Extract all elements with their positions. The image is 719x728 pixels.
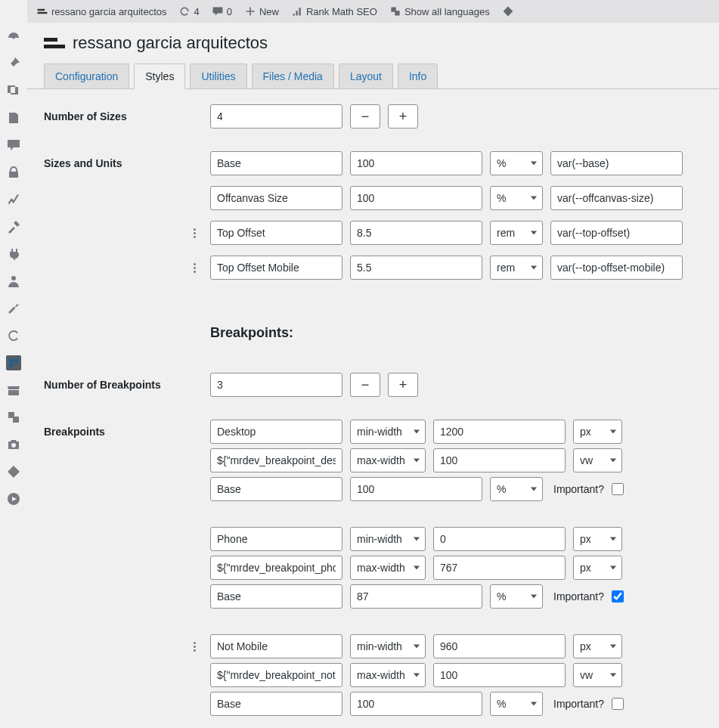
bp-max-cond-select[interactable]: max-width [350,663,426,687]
tab-utilities[interactable]: Utilities [190,64,246,89]
tab-files-media[interactable]: Files / Media [252,64,334,89]
dashboard-icon[interactable] [6,29,21,44]
user-icon[interactable] [6,274,21,289]
diamond-icon[interactable] [6,464,21,479]
bp-var-input[interactable] [210,663,342,687]
size-unit-select[interactable]: rem [490,221,543,245]
bp-min-unit-select[interactable]: px [573,420,622,444]
important-checkbox[interactable] [612,698,624,710]
logo-icon [36,5,48,17]
plus-icon: + [399,378,408,392]
bp-min-cond-select[interactable]: min-width [350,527,426,551]
bp-min-cond-select[interactable]: min-width [350,420,426,444]
bp-base-unit-select[interactable]: % [490,692,543,716]
tab-layout[interactable]: Layout [339,64,393,89]
site-home-link[interactable]: ressano garcia arquitectos [32,0,171,23]
drag-handle[interactable] [194,263,206,273]
play-icon[interactable] [6,491,21,507]
new-link[interactable]: New [240,0,284,23]
bp-name-input[interactable] [210,634,342,658]
bp-name-input[interactable] [210,420,342,444]
size-name-input[interactable] [210,151,342,175]
svg-rect-7 [38,9,45,11]
size-value-input[interactable] [350,221,482,245]
updates-link[interactable]: 4 [174,0,203,23]
bp-base-value-input[interactable] [350,477,482,501]
sync-icon[interactable] [6,328,21,343]
bp-min-value-input[interactable] [433,420,566,444]
drag-handle[interactable] [194,228,206,238]
bp-max-value-input[interactable] [433,448,566,472]
rankmath-link[interactable]: Rank Math SEO [287,0,382,23]
admin-topbar: ressano garcia arquitectos 4 0 New Rank … [27,0,719,23]
size-unit-select[interactable]: rem [490,256,543,280]
bp-base-name-input[interactable] [210,584,342,609]
bp-max-unit-select[interactable]: px [573,556,622,580]
bp-base-unit-select[interactable]: % [490,477,543,501]
num-breakpoints-input[interactable] [210,373,342,397]
plug-icon[interactable] [6,246,21,262]
important-checkbox[interactable] [612,590,624,603]
size-unit-select[interactable]: % [490,151,543,175]
svg-point-1 [11,276,16,280]
bp-max-unit-select[interactable]: vw [573,448,622,472]
size-name-input[interactable] [210,256,342,280]
comments-icon[interactable] [6,138,21,153]
bp-min-value-input[interactable] [433,527,566,551]
size-unit-select[interactable]: % [490,186,543,210]
bp-base-value-input[interactable] [350,692,482,716]
svg-rect-3 [14,358,18,362]
tab-styles[interactable]: Styles [134,64,185,89]
camera-icon[interactable] [6,437,21,452]
lock-icon[interactable] [6,165,21,180]
drag-handle[interactable] [194,642,206,652]
label-sizes-units: Sizes and Units [44,151,210,169]
label-num-breakpoints: Number of Breakpoints [44,373,210,391]
bp-base-name-input[interactable] [210,477,342,501]
bp-var-input[interactable] [210,448,342,472]
important-checkbox[interactable] [612,483,624,495]
bp-base-unit-select[interactable]: % [490,584,543,609]
pin-icon[interactable] [6,56,21,71]
bp-min-value-input[interactable] [433,634,566,658]
size-value-input[interactable] [350,151,482,175]
bp-min-unit-select[interactable]: px [573,527,622,551]
bp-max-unit-select[interactable]: vw [573,663,622,687]
svg-point-0 [13,37,15,39]
bp-min-cond-select[interactable]: min-width [350,634,426,658]
languages-link[interactable]: Show all languages [385,0,494,23]
wrench-icon[interactable] [6,301,21,316]
bp-max-value-input[interactable] [433,663,566,687]
tab-configuration[interactable]: Configuration [44,64,129,89]
num-breakpoints-decrement[interactable]: − [350,373,380,397]
topbar-diamond-link[interactable] [497,0,519,23]
current-plugin-icon[interactable] [6,355,21,370]
tab-info[interactable]: Info [398,64,438,89]
size-value-input[interactable] [350,256,482,280]
num-sizes-input[interactable] [210,104,342,129]
diamond-icon [502,5,514,17]
stats-icon[interactable] [6,192,21,207]
size-name-input[interactable] [210,186,342,210]
bp-max-cond-select[interactable]: max-width [350,448,426,472]
bp-var-input[interactable] [210,556,342,580]
bp-max-cond-select[interactable]: max-width [350,556,426,580]
bp-name-input[interactable] [210,527,342,551]
media-icon[interactable] [6,83,21,98]
bp-max-value-input[interactable] [433,556,566,580]
num-sizes-increment[interactable]: + [388,104,418,129]
size-var-display [550,256,683,280]
hammer-icon[interactable] [6,219,21,234]
translate-icon[interactable] [6,410,21,425]
bp-min-unit-select[interactable]: px [573,634,622,658]
num-breakpoints-increment[interactable]: + [388,373,418,397]
num-sizes-decrement[interactable]: − [350,104,380,129]
comments-link[interactable]: 0 [207,0,237,23]
size-value-input[interactable] [350,186,482,210]
bp-base-name-input[interactable] [210,692,342,716]
size-name-input[interactable] [210,221,342,245]
store-icon[interactable] [6,383,21,398]
bp-base-value-input[interactable] [350,584,482,609]
pages-icon[interactable] [6,110,21,125]
important-label: Important? [553,483,604,495]
